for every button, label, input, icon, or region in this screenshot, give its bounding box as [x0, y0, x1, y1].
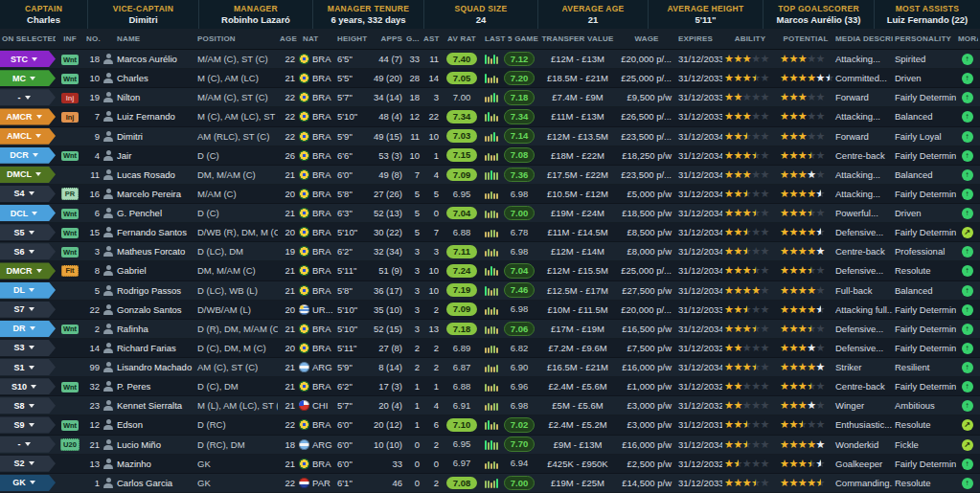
table-row[interactable]: AMCL 9 Dimitri AM (RLC), ST (C) 22 BRA 5… — [0, 127, 980, 146]
player-name-cell[interactable]: Lucas Rosado — [102, 169, 195, 180]
position-slot-dropdown[interactable]: S2 — [0, 456, 56, 472]
col-header-expires[interactable]: EXPIRES — [676, 34, 722, 43]
position-slot-dropdown[interactable]: DL — [0, 282, 56, 299]
table-row[interactable]: MC Wnt 10 Charles M (C), AM (LC) 21 BRA … — [0, 69, 980, 88]
position-slot-dropdown[interactable]: STC — [0, 51, 56, 67]
goals: 1 — [404, 400, 422, 411]
position-slot-dropdown[interactable]: S8 — [0, 397, 56, 414]
col-header-personality[interactable]: PERSONALITY — [893, 34, 956, 43]
player-name-cell[interactable]: Lisandro Machado — [102, 362, 195, 372]
player-name-cell[interactable]: Matheus Forcato — [102, 246, 195, 257]
table-row[interactable]: S3 14 Richard Farias D (C), DM, M (C) 20… — [0, 339, 980, 358]
col-header-apps[interactable]: APPS — [368, 34, 404, 43]
table-row[interactable]: S5 Wnt 15 Fernando Santos D/WB (R), DM, … — [0, 223, 980, 242]
player-name-cell[interactable]: Rodrigo Passos — [102, 285, 195, 296]
col-header-nat[interactable]: NAT — [297, 34, 335, 43]
player-name-cell[interactable]: P. Peres — [102, 381, 195, 392]
form-cell — [483, 265, 500, 276]
player-name-cell[interactable]: Mazinho — [102, 459, 195, 469]
player-name-cell[interactable]: Carlos Garcia — [102, 478, 195, 488]
personality: Fairly Determined — [893, 189, 956, 199]
position-slot-dropdown[interactable]: - — [0, 89, 56, 105]
player-name-cell[interactable]: G. Penchel — [102, 208, 195, 218]
height: 6'6" — [335, 150, 368, 161]
position-slot-dropdown[interactable]: S1 — [0, 359, 56, 375]
position-slot-dropdown[interactable]: DMCR — [0, 262, 56, 279]
player-name-cell[interactable]: Kennet Sierralta — [102, 400, 195, 411]
wage: £5,000 p/w — [617, 189, 676, 199]
table-row[interactable]: S8 23 Kennet Sierralta M (L), AM (LC), S… — [0, 396, 980, 415]
col-header-age[interactable]: AGE — [278, 34, 297, 43]
table-row[interactable]: DCR Wnt 4 Jair D (C) 26 BRA 6'6" 53 (3) … — [0, 146, 980, 166]
position-slot-dropdown[interactable]: AMCR — [0, 108, 56, 124]
position-slot-dropdown[interactable]: DCR — [0, 147, 56, 164]
position-slot-dropdown[interactable]: DMCL — [0, 167, 56, 183]
player-name-cell[interactable]: Nilton — [102, 92, 195, 102]
ability-stars: ★★★★★★ — [724, 304, 776, 315]
col-header-media-description[interactable]: MEDIA DESCRIPTION — [833, 34, 893, 43]
player-name-cell[interactable]: Rafinha — [102, 324, 195, 334]
table-row[interactable]: S6 Wnt 3 Matheus Forcato D (LC), DM 19 B… — [0, 242, 980, 261]
table-row[interactable]: S10 Wnt 32 P. Peres D (C), DM 21 BRA 6'2… — [0, 377, 980, 396]
col-header-height[interactable]: HEIGHT — [335, 34, 368, 43]
player-name-cell[interactable]: Gonzalo Santos — [102, 304, 195, 315]
table-row[interactable]: - Inj 19 Nilton M/AM (C), ST (C) 22 BRA … — [0, 88, 980, 107]
player-name-cell[interactable]: Luiz Fernando — [102, 111, 195, 122]
col-header-name[interactable]: NAME — [102, 34, 195, 43]
player-name-cell[interactable]: Marcos Aurélio — [102, 54, 195, 64]
col-header-ability[interactable]: ABILITY — [722, 34, 778, 43]
table-row[interactable]: - U20 21 Lucio Miño D (RC), DM 18 ARG 6'… — [0, 436, 980, 455]
position-slot-dropdown[interactable]: S10 — [0, 378, 56, 394]
col-header-number[interactable]: NO. — [84, 34, 102, 43]
col-header-position[interactable]: POSITION — [195, 34, 278, 43]
position: D (C) — [195, 208, 278, 218]
player-name-cell[interactable]: Dimitri — [102, 131, 195, 142]
position-slot-dropdown[interactable]: DCL — [0, 205, 56, 221]
player-name-cell[interactable]: Marcelo Pereira — [102, 189, 195, 199]
player-name-cell[interactable]: Gabriel — [102, 265, 195, 276]
table-row[interactable]: S1 99 Lisandro Machado AM (C), ST (C) 21… — [0, 358, 980, 377]
table-row[interactable]: S4 PR 16 Marcelo Pereira M/AM (C) 20 BRA… — [0, 185, 980, 204]
player-name-cell[interactable]: Fernando Santos — [102, 227, 195, 237]
col-header-last-5-games[interactable]: LAST 5 GAMES — [483, 34, 538, 43]
table-row[interactable]: DCL Wnt 6 G. Penchel D (C) 21 BRA 6'3" 5… — [0, 204, 980, 223]
player-name-cell[interactable]: Jair — [102, 150, 195, 161]
table-row[interactable]: S7 22 Gonzalo Santos D/WB/AM (L) 20 UR..… — [0, 301, 980, 320]
table-row[interactable]: S9 Wnt 12 Edson D (RC) 22 BRA 6'0" 20 (1… — [0, 415, 980, 435]
table-row[interactable]: DMCR Fit 8 Gabriel DM, M/AM (C) 21 BRA 5… — [0, 261, 980, 280]
last-5-rating-badge: 7.12 — [504, 52, 535, 66]
table-row[interactable]: DL 5 Rodrigo Passos D (LC), WB (L) 21 BR… — [0, 281, 980, 301]
position-slot-dropdown[interactable]: S7 — [0, 302, 56, 318]
player-name-cell[interactable]: Richard Farias — [102, 343, 195, 353]
col-header-potential[interactable]: POTENTIAL — [778, 34, 833, 43]
position-slot-dropdown[interactable]: MC — [0, 70, 56, 86]
col-header-av-rat[interactable]: AV RAT — [441, 34, 483, 43]
table-row[interactable]: DMCL 11 Lucas Rosado DM, M/AM (C) 21 BRA… — [0, 166, 980, 185]
position-slot-dropdown[interactable]: S3 — [0, 340, 56, 356]
position-slot-dropdown[interactable]: AMCL — [0, 128, 56, 145]
position-slot-dropdown[interactable]: S6 — [0, 243, 56, 259]
col-header-assists[interactable]: AST — [422, 34, 441, 43]
col-header-wage[interactable]: WAGE — [617, 34, 676, 43]
player-name-cell[interactable]: Charles — [102, 73, 195, 83]
player-name-cell[interactable]: Lucio Miño — [102, 439, 195, 450]
player-name-cell[interactable]: Edson — [102, 419, 195, 430]
table-row[interactable]: STC Wnt 18 Marcos Aurélio M/AM (C), ST (… — [0, 50, 980, 69]
position-slot-dropdown[interactable]: S9 — [0, 416, 56, 433]
table-row[interactable]: DR Wnt 2 Rafinha D (R), DM, M/AM (C) 21 … — [0, 320, 980, 339]
col-header-transfer-value[interactable]: TRANSFER VALUE — [538, 34, 617, 43]
position-slot-dropdown[interactable]: GK — [0, 475, 56, 491]
position-slot-dropdown[interactable]: S5 — [0, 224, 56, 240]
form-bars — [485, 246, 498, 257]
table-row[interactable]: AMCR Inj 7 Luiz Fernando M (C), AM (LC),… — [0, 107, 980, 126]
table-row[interactable]: GK 1 Carlos Garcia GK 22 PAR 6'1" 46 0 2… — [0, 474, 980, 493]
col-header-inf[interactable]: INF — [56, 34, 84, 43]
col-header-goals[interactable]: G...▼ — [404, 34, 422, 43]
col-header-morale[interactable]: MORAL — [956, 34, 978, 43]
table-row[interactable]: S2 13 Mazinho GK 21 BRA 6'0" 33 0 0 6.97… — [0, 455, 980, 474]
col-header-position-selected[interactable]: ON SELECTED — [0, 34, 56, 43]
position-slot-dropdown[interactable]: DR — [0, 321, 56, 337]
position-slot-dropdown[interactable]: S4 — [0, 186, 56, 202]
position-slot-dropdown[interactable]: - — [0, 437, 56, 453]
appearances: 27 (26) — [368, 189, 404, 199]
